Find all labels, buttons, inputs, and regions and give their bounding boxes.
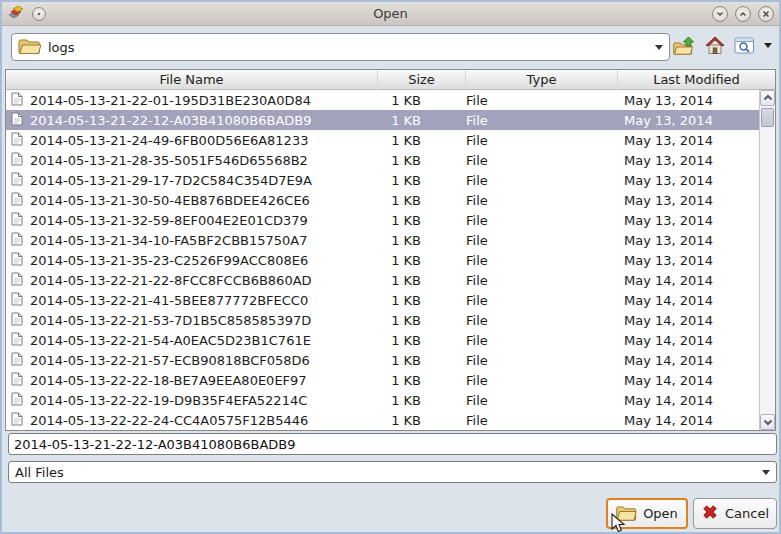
file-type-cell: File <box>466 333 618 348</box>
maximize-button[interactable] <box>735 6 751 22</box>
file-type-cell: File <box>466 153 618 168</box>
cancel-button[interactable]: Cancel <box>693 498 777 529</box>
vertical-scrollbar[interactable] <box>759 90 775 430</box>
file-modified-cell: May 14, 2014 <box>618 393 759 408</box>
scrollbar-thumb[interactable] <box>761 108 774 127</box>
toolbar-dropdown-arrow-icon[interactable] <box>764 43 772 48</box>
parent-folder-button[interactable] <box>673 36 696 55</box>
file-type-cell: File <box>466 293 618 308</box>
document-icon <box>11 172 23 189</box>
close-button[interactable] <box>758 6 774 22</box>
window-title: Open <box>2 6 779 21</box>
file-modified-cell: May 13, 2014 <box>618 253 759 268</box>
column-header[interactable]: Size <box>378 70 466 90</box>
table-row[interactable]: 2014-05-13-22-21-22-8FCC8FCCB6B860AD1 KB… <box>6 270 759 290</box>
file-name-cell: 2014-05-13-22-22-18-BE7A9EEA80E0EF97 <box>6 372 378 389</box>
column-header[interactable]: Type <box>466 70 618 90</box>
file-type-cell: File <box>466 413 618 428</box>
document-icon <box>11 352 23 369</box>
file-name-cell: 2014-05-13-22-21-54-A0EAC5D23B1C761E <box>6 332 378 349</box>
file-table-body: 2014-05-13-21-22-01-195D31BE230A0D841 KB… <box>6 90 759 430</box>
file-modified-cell: May 13, 2014 <box>618 213 759 228</box>
pin-button[interactable] <box>32 7 46 21</box>
file-name-cell: 2014-05-13-22-22-19-D9B35F4EFA52214C <box>6 392 378 409</box>
file-size-cell: 1 KB <box>378 213 466 228</box>
file-name-cell: 2014-05-13-21-28-35-5051F546D65568B2 <box>6 152 378 169</box>
file-size-cell: 1 KB <box>378 353 466 368</box>
file-size-cell: 1 KB <box>378 293 466 308</box>
file-name-cell: 2014-05-13-21-35-23-C2526F99ACC808E6 <box>6 252 378 269</box>
file-modified-cell: May 14, 2014 <box>618 273 759 288</box>
cancel-button-label: Cancel <box>725 506 769 521</box>
file-list: File NameSizeTypeLast Modified 2014-05-1… <box>5 69 776 431</box>
table-row[interactable]: 2014-05-13-21-24-49-6FB00D56E6A812331 KB… <box>6 130 759 150</box>
file-name-cell: 2014-05-13-21-29-17-7D2C584C354D7E9A <box>6 172 378 189</box>
shade-button[interactable] <box>712 6 728 22</box>
chevron-down-icon[interactable] <box>762 470 770 475</box>
file-name-cell: 2014-05-13-21-32-59-8EF004E2E01CD379 <box>6 212 378 229</box>
document-icon <box>11 252 23 269</box>
table-row[interactable]: 2014-05-13-21-29-17-7D2C584C354D7E9A1 KB… <box>6 170 759 190</box>
file-type-cell: File <box>466 173 618 188</box>
filetype-combobox[interactable]: All Files <box>8 461 777 483</box>
file-type-cell: File <box>466 113 618 128</box>
location-combobox[interactable]: logs <box>11 33 670 61</box>
filename-input[interactable] <box>8 433 777 455</box>
table-row[interactable]: 2014-05-13-21-35-23-C2526F99ACC808E61 KB… <box>6 250 759 270</box>
file-size-cell: 1 KB <box>378 333 466 348</box>
document-icon <box>11 232 23 249</box>
titlebar[interactable]: Open <box>2 2 779 26</box>
file-type-cell: File <box>466 93 618 108</box>
preview-button[interactable] <box>734 37 755 54</box>
file-type-cell: File <box>466 313 618 328</box>
cancel-x-icon <box>701 503 719 524</box>
table-row[interactable]: 2014-05-13-21-22-01-195D31BE230A0D841 KB… <box>6 90 759 110</box>
file-name-cell: 2014-05-13-21-22-12-A03B41080B6BADB9 <box>6 112 378 129</box>
file-name-cell: 2014-05-13-21-30-50-4EB876BDEE426CE6 <box>6 192 378 209</box>
open-button-label: Open <box>643 506 678 521</box>
open-button[interactable]: Open <box>606 498 688 529</box>
file-name-cell: 2014-05-13-21-34-10-FA5BF2CBB15750A7 <box>6 232 378 249</box>
table-row[interactable]: 2014-05-13-22-21-57-ECB90818BCF058D61 KB… <box>6 350 759 370</box>
file-name-cell: 2014-05-13-22-21-57-ECB90818BCF058D6 <box>6 352 378 369</box>
table-row[interactable]: 2014-05-13-22-21-54-A0EAC5D23B1C761E1 KB… <box>6 330 759 350</box>
document-icon <box>11 192 23 209</box>
file-size-cell: 1 KB <box>378 233 466 248</box>
file-size-cell: 1 KB <box>378 393 466 408</box>
table-row[interactable]: 2014-05-13-22-22-24-CC4A0575F12B54461 KB… <box>6 410 759 430</box>
table-row[interactable]: 2014-05-13-22-22-19-D9B35F4EFA52214C1 KB… <box>6 390 759 410</box>
table-row[interactable]: 2014-05-13-22-21-53-7D1B5C858585397D1 KB… <box>6 310 759 330</box>
file-modified-cell: May 14, 2014 <box>618 313 759 328</box>
table-row[interactable]: 2014-05-13-21-32-59-8EF004E2E01CD3791 KB… <box>6 210 759 230</box>
table-row[interactable]: 2014-05-13-21-22-12-A03B41080B6BADB91 KB… <box>6 110 759 130</box>
file-modified-cell: May 14, 2014 <box>618 293 759 308</box>
file-size-cell: 1 KB <box>378 93 466 108</box>
document-icon <box>11 152 23 169</box>
app-icon <box>7 4 24 23</box>
file-name-cell: 2014-05-13-21-22-01-195D31BE230A0D84 <box>6 92 378 109</box>
document-icon <box>11 212 23 229</box>
file-name-cell: 2014-05-13-22-21-41-5BEE877772BFECC0 <box>6 292 378 309</box>
table-row[interactable]: 2014-05-13-22-22-18-BE7A9EEA80E0EF971 KB… <box>6 370 759 390</box>
scroll-up-button[interactable] <box>760 90 775 106</box>
table-row[interactable]: 2014-05-13-22-21-41-5BEE877772BFECC01 KB… <box>6 290 759 310</box>
home-button[interactable] <box>705 36 725 55</box>
file-modified-cell: May 13, 2014 <box>618 153 759 168</box>
file-modified-cell: May 14, 2014 <box>618 353 759 368</box>
table-row[interactable]: 2014-05-13-21-28-35-5051F546D65568B21 KB… <box>6 150 759 170</box>
file-modified-cell: May 13, 2014 <box>618 193 759 208</box>
file-size-cell: 1 KB <box>378 173 466 188</box>
column-header[interactable]: File Name <box>6 70 378 90</box>
file-type-cell: File <box>466 213 618 228</box>
chevron-down-icon[interactable] <box>655 45 663 50</box>
scroll-down-button[interactable] <box>760 414 775 430</box>
folder-icon <box>18 37 42 58</box>
document-icon <box>11 112 23 129</box>
file-size-cell: 1 KB <box>378 413 466 428</box>
table-row[interactable]: 2014-05-13-21-30-50-4EB876BDEE426CE61 KB… <box>6 190 759 210</box>
document-icon <box>11 92 23 109</box>
file-size-cell: 1 KB <box>378 153 466 168</box>
column-header[interactable]: Last Modified <box>618 70 775 90</box>
table-row[interactable]: 2014-05-13-21-34-10-FA5BF2CBB15750A71 KB… <box>6 230 759 250</box>
folder-icon <box>616 504 637 524</box>
